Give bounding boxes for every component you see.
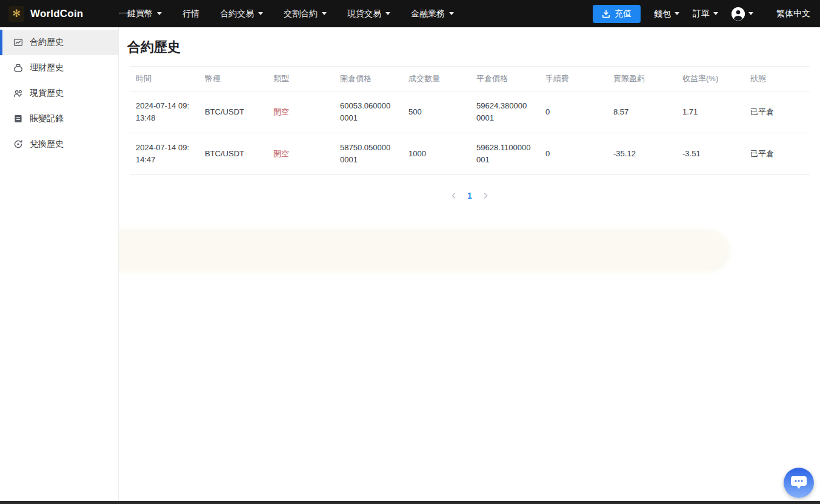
caret-down-icon [713,12,718,15]
caret-down-icon [258,12,263,15]
bottom-bar [0,501,820,504]
col-header-type: 類型 [267,67,334,91]
caret-down-icon [322,12,327,15]
caret-down-icon [675,12,679,15]
caret-down-icon [385,12,390,15]
finance-history-icon [13,63,23,73]
cell-close-price: 59628.1100000001 [470,133,539,175]
cell-fee: 0 [539,91,607,133]
page-number[interactable]: 1 [467,191,472,201]
cell-fee: 0 [539,133,607,175]
caret-down-icon [157,12,162,15]
chevron-right-icon [482,192,489,199]
col-header-fee: 手續費 [539,67,607,91]
col-header-open-price: 開倉價格 [334,67,402,91]
cell-pnl: -35.12 [607,133,676,175]
col-header-pnl: 實際盈虧 [607,67,676,91]
cell-amount: 500 [402,91,470,133]
cell-status: 已平倉 [744,91,810,133]
menu-item-label: 現貨交易 [347,8,381,19]
recharge-label: 充值 [615,8,632,19]
language-switcher[interactable]: 繁体中文 [776,8,810,19]
sidebar-item-finance-history[interactable]: 理財歷史 [0,55,118,81]
chevron-left-icon [450,192,458,199]
menu-item-contract-trade[interactable]: 合約交易 [220,8,263,19]
cell-pair: BTC/USDT [199,133,267,175]
orders-label: 訂單 [693,8,710,19]
table-header-row: 時間 幣種 類型 開倉價格 成交數量 平倉價格 手續費 實際盈虧 收益率(%) … [130,67,810,91]
cell-open-price: 58750.0500000001 [334,133,402,175]
col-header-roi: 收益率(%) [676,67,744,91]
cell-pnl: 8.57 [607,91,676,133]
menu-item-delivery-contract[interactable]: 交割合約 [284,8,327,19]
wallet-dropdown[interactable]: 錢包 [654,8,679,19]
user-avatar-icon [732,7,745,21]
page-title: 合約歷史 [127,38,820,56]
main-menu: 一鍵買幣 行情 合約交易 交割合約 現貨交易 金融業務 [119,8,593,19]
brand[interactable]: ✻ WorldCoin [8,6,119,22]
sidebar-item-label: 理財歷史 [30,62,64,73]
menu-item-label: 金融業務 [411,8,445,19]
exchange-history-icon [13,139,23,149]
sidebar-item-label: 合約歷史 [30,37,64,48]
spot-history-icon [13,88,23,98]
col-header-status: 狀態 [744,67,810,91]
download-icon [602,10,610,18]
menu-item-buy-coin[interactable]: 一鍵買幣 [119,8,162,19]
menu-item-label: 一鍵買幣 [119,8,153,19]
contract-history-table: 時間 幣種 類型 開倉價格 成交數量 平倉價格 手續費 實際盈虧 收益率(%) … [130,66,810,175]
cell-type: 開空 [267,91,334,133]
menu-item-label: 行情 [182,8,199,19]
cell-time: 2024-07-14 09:13:48 [130,91,199,133]
brand-name: WorldCoin [30,8,83,20]
wallet-label: 錢包 [654,8,671,19]
menu-item-market[interactable]: 行情 [182,8,199,19]
contract-history-icon [13,38,23,47]
sidebar-item-account-changes[interactable]: 賬變記錄 [0,106,118,131]
cell-pair: BTC/USDT [199,91,267,133]
menu-item-finance[interactable]: 金融業務 [411,8,454,19]
sidebar-item-label: 現貨歷史 [30,88,64,99]
cell-time: 2024-07-14 09:14:47 [130,133,199,175]
next-page-button[interactable] [481,191,490,201]
cell-status: 已平倉 [744,133,810,175]
sidebar: 合約歷史 理財歷史 現貨歷史 賬變記錄 兌換歷史 [0,27,119,501]
main-content: 合約歷史 時間 幣種 類型 開倉價格 成交數量 平倉價格 手續費 實際盈虧 收益… [119,27,820,504]
chat-support-button[interactable] [784,468,814,498]
sidebar-item-exchange-history[interactable]: 兌換歷史 [0,131,118,157]
cell-close-price: 59624.3800000001 [470,91,539,133]
menu-item-label: 交割合約 [284,8,318,19]
col-header-pair: 幣種 [199,67,267,91]
pagination: 1 [130,191,810,201]
cell-amount: 1000 [402,133,470,175]
col-header-close-price: 平倉價格 [470,67,539,91]
cell-type: 開空 [267,133,334,175]
table-row: 2024-07-14 09:13:48 BTC/USDT 開空 60053.06… [130,91,810,133]
sidebar-item-label: 賬變記錄 [30,113,64,124]
caret-down-icon [449,12,454,15]
col-header-time: 時間 [130,67,199,91]
col-header-amount: 成交數量 [402,67,470,91]
sidebar-item-contract-history[interactable]: 合約歷史 [0,30,118,55]
sidebar-item-spot-history[interactable]: 現貨歷史 [0,81,118,106]
cell-roi: 1.71 [676,91,744,133]
recharge-button[interactable]: 充值 [593,5,641,23]
cell-open-price: 60053.0600000001 [334,91,402,133]
caret-down-icon [748,12,753,15]
top-navbar: ✻ WorldCoin 一鍵買幣 行情 合約交易 交割合約 現貨交易 金融業務 [0,0,820,27]
brand-logo-icon: ✻ [8,6,24,22]
menu-item-label: 合約交易 [220,8,254,19]
prev-page-button[interactable] [449,191,459,201]
orders-dropdown[interactable]: 訂單 [693,8,718,19]
table-row: 2024-07-14 09:14:47 BTC/USDT 開空 58750.05… [130,133,810,175]
navbar-right: 充值 錢包 訂單 繁体中文 [593,5,810,23]
chat-bubble-icon [790,475,807,491]
cell-roi: -3.51 [676,133,744,175]
sidebar-item-label: 兌換歷史 [30,139,64,150]
menu-item-spot-trade[interactable]: 現貨交易 [347,8,390,19]
account-dropdown[interactable] [732,7,753,21]
account-change-icon [13,114,23,124]
